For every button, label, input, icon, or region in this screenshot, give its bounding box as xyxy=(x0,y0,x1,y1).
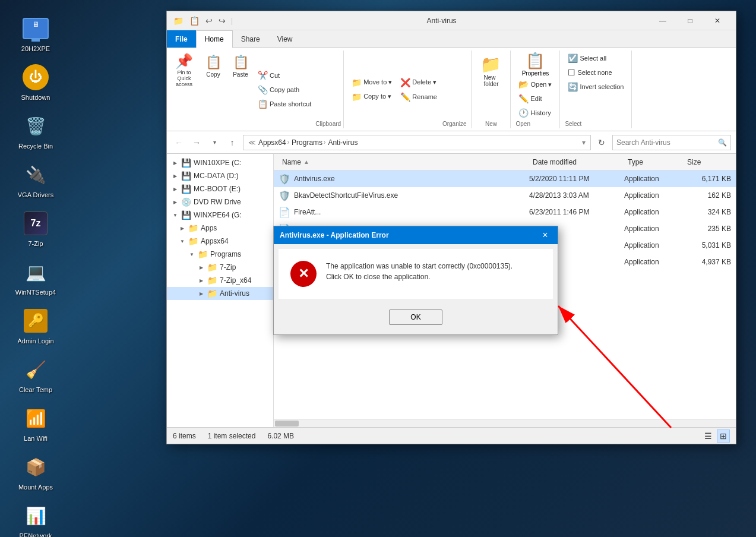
properties-button[interactable]: 📋 Properties xyxy=(515,52,555,77)
sidebar-item-7zip[interactable]: 📁 7-Zip xyxy=(167,261,273,274)
qa-redo-icon[interactable]: ↪ xyxy=(217,16,227,26)
select-none-button[interactable]: ☐ Select none xyxy=(565,66,627,79)
organize-group: 📁 Move to ▾ 📁 Copy to ▾ ❌ Delete ▾ ✏️ Re… xyxy=(344,50,472,128)
col-header-size[interactable]: Size xyxy=(684,156,731,169)
copy-path-button[interactable]: 📎 Copy path xyxy=(255,83,314,96)
forward-button[interactable]: → xyxy=(189,135,204,150)
properties-icon: 📋 xyxy=(526,52,545,70)
selected-count: 1 item selected xyxy=(208,432,256,440)
mount-apps-label: Mount Apps xyxy=(18,484,53,491)
desktop-icon-winntsetup[interactable]: 💻 WinNTSetup4 xyxy=(12,255,59,298)
tab-view[interactable]: View xyxy=(269,30,302,48)
copy-button[interactable]: 📋 Copy xyxy=(200,52,226,127)
file-row-1[interactable]: 🛡️ Antivirus.exe 5/2/2020 11:11 PM Appli… xyxy=(274,170,736,187)
maximize-button[interactable]: □ xyxy=(676,12,704,30)
tab-file[interactable]: File xyxy=(167,30,196,48)
desktop-icon-clear-temp[interactable]: 🧹 Clear Temp xyxy=(12,353,59,396)
tab-share[interactable]: Share xyxy=(233,30,269,48)
file-row-2[interactable]: 🛡️ BkavDetectShortcutFileVirus.exe 4/28/… xyxy=(274,187,736,204)
desktop-icon-recycle-bin[interactable]: 🗑️ Recycle Bin xyxy=(12,109,59,152)
organize-buttons-2: ❌ Delete ▾ ✏️ Rename xyxy=(397,76,440,103)
desktop-icon-vga[interactable]: 🔌 VGA Drivers xyxy=(12,158,59,201)
tab-home[interactable]: Home xyxy=(196,30,233,48)
search-input[interactable] xyxy=(616,138,716,147)
new-label: New xyxy=(485,121,497,127)
copy-to-button[interactable]: 📁 Copy to ▾ xyxy=(349,90,395,103)
horizontal-scrollbar[interactable] xyxy=(274,419,736,427)
open-group: 📋 Properties 📂 Open ▾ ✏️ Edit 🕐 History … xyxy=(511,50,560,128)
file-icon-1: 🛡️ xyxy=(279,173,290,185)
search-box[interactable]: 🔍 xyxy=(612,135,731,150)
sidebar-item-anti-virus[interactable]: 📁 Anti-virus xyxy=(167,287,273,300)
desktop-icon-mount-apps[interactable]: 📦 Mount Apps xyxy=(12,450,59,493)
qa-undo-icon[interactable]: ↩ xyxy=(204,16,214,26)
desktop-icon-7zip[interactable]: 7z 7-Zip xyxy=(12,207,59,249)
ribbon-content: 📌 Pin to Quickaccess 📋 Copy 📋 Paste ✂️ C… xyxy=(167,48,736,131)
col-header-type[interactable]: Type xyxy=(624,156,684,169)
paste-shortcut-button[interactable]: 📋 Paste shortcut xyxy=(255,97,314,110)
sidebar-item-7zip-x64[interactable]: 📁 7-Zip_x64 xyxy=(167,274,273,287)
desktop-icon-area: 🖥 20H2XPE ⏻ Shutdown 🗑️ Recycle Bin 🔌 VG… xyxy=(12,12,59,537)
file-date-3: 6/23/2011 1:46 PM xyxy=(529,208,624,216)
sidebar-item-appsx64[interactable]: 📁 Appsx64 xyxy=(167,235,273,248)
lan-wifi-label: Lan Wifi xyxy=(24,435,48,442)
admin-login-label: Admin Login xyxy=(17,337,53,345)
back-button[interactable]: ← xyxy=(172,135,186,150)
minimize-button[interactable]: — xyxy=(649,12,676,30)
file-date-2: 4/28/2013 3:03 AM xyxy=(529,191,624,200)
sidebar-item-apps[interactable]: 📁 Apps xyxy=(167,222,273,235)
copy-path-icon: 📎 xyxy=(258,85,268,94)
view-controls: ☰ ⊞ xyxy=(701,429,730,443)
paste-button[interactable]: 📋 Paste xyxy=(227,52,254,127)
breadcrumb-programs[interactable]: Programs › xyxy=(292,138,325,147)
details-view-button[interactable]: ☰ xyxy=(701,429,714,443)
open-button[interactable]: 📂 Open ▾ xyxy=(515,78,555,91)
qa-copy-icon[interactable]: 📋 xyxy=(188,16,201,26)
cut-button[interactable]: ✂️ Cut xyxy=(255,69,314,82)
pin-to-quick-access-button[interactable]: 📌 Pin to Quickaccess xyxy=(169,52,199,127)
dialog-close-button[interactable]: × xyxy=(539,229,552,242)
large-icons-button[interactable]: ⊞ xyxy=(717,429,730,443)
history-button[interactable]: 🕐 History xyxy=(515,106,555,119)
file-row-3[interactable]: 📄 FireAtt... 6/23/2011 1:46 PM Applicati… xyxy=(274,204,736,220)
title-bar: 📁 📋 ↩ ↪ | Anti-virus — □ ✕ xyxy=(167,11,736,30)
select-group: ☑️ Select all ☐ Select none 🔄 Invert sel… xyxy=(560,50,632,128)
sidebar-item-dvd[interactable]: 💿 DVD RW Drive xyxy=(167,195,273,209)
new-folder-button[interactable]: 📁 Newfolder xyxy=(476,52,505,90)
breadcrumb-anti-virus[interactable]: Anti-virus xyxy=(328,138,358,147)
shutdown-label: Shutdown xyxy=(21,94,50,101)
recent-locations-button[interactable]: ▾ xyxy=(207,135,222,150)
col-header-date[interactable]: Date modified xyxy=(529,156,624,169)
select-all-button[interactable]: ☑️ Select all xyxy=(565,52,627,65)
sidebar-item-winxpe64[interactable]: 💾 WINXPE64 (G: xyxy=(167,209,273,222)
vga-label: VGA Drivers xyxy=(18,191,54,198)
address-expand-icon[interactable]: ▾ xyxy=(582,138,586,147)
close-button[interactable]: ✕ xyxy=(704,12,731,30)
sidebar-item-mc-data[interactable]: 💾 MC-DATA (D:) xyxy=(167,169,273,182)
desktop-icon-lan-wifi[interactable]: 📶 Lan Wifi xyxy=(12,402,59,444)
breadcrumb-appsx64[interactable]: Appsx64 › xyxy=(258,138,289,147)
address-path-bar[interactable]: ≪ Appsx64 › Programs › Anti-virus ▾ xyxy=(243,135,591,150)
dialog-ok-button[interactable]: OK xyxy=(389,309,442,325)
rename-button[interactable]: ✏️ Rename xyxy=(397,90,440,103)
col-header-name[interactable]: Name ▲ xyxy=(279,156,529,169)
edit-button[interactable]: ✏️ Edit xyxy=(515,92,555,105)
sidebar-item-win10xpe[interactable]: 💾 WIN10XPE (C: xyxy=(167,156,273,169)
qa-folder-icon[interactable]: 📁 xyxy=(172,16,185,26)
up-button[interactable]: ↑ xyxy=(225,135,239,150)
dvd-icon: 💿 xyxy=(181,197,191,207)
sidebar-item-programs[interactable]: 📁 Programs xyxy=(167,248,273,261)
delete-button[interactable]: ❌ Delete ▾ xyxy=(397,76,440,89)
h-scroll-thumb[interactable] xyxy=(275,421,299,427)
desktop-icon-admin-login[interactable]: 🔑 Admin Login xyxy=(12,304,59,347)
move-to-button[interactable]: 📁 Move to ▾ xyxy=(349,76,395,89)
lan-wifi-icon: 📶 xyxy=(21,404,50,432)
desktop-icon-shutdown[interactable]: ⏻ Shutdown xyxy=(12,61,59,103)
desktop-icon-20h2xpe[interactable]: 🖥 20H2XPE xyxy=(12,12,59,55)
desktop-icon-penetwork[interactable]: 📊 PENetwork xyxy=(12,499,59,537)
vga-icon: 🔌 xyxy=(21,160,50,189)
refresh-button[interactable]: ↻ xyxy=(594,135,609,150)
sidebar-item-mc-boot[interactable]: 💾 MC-BOOT (E:) xyxy=(167,182,273,195)
invert-selection-button[interactable]: 🔄 Invert selection xyxy=(565,80,627,93)
penetwork-label: PENetwork xyxy=(19,532,52,537)
